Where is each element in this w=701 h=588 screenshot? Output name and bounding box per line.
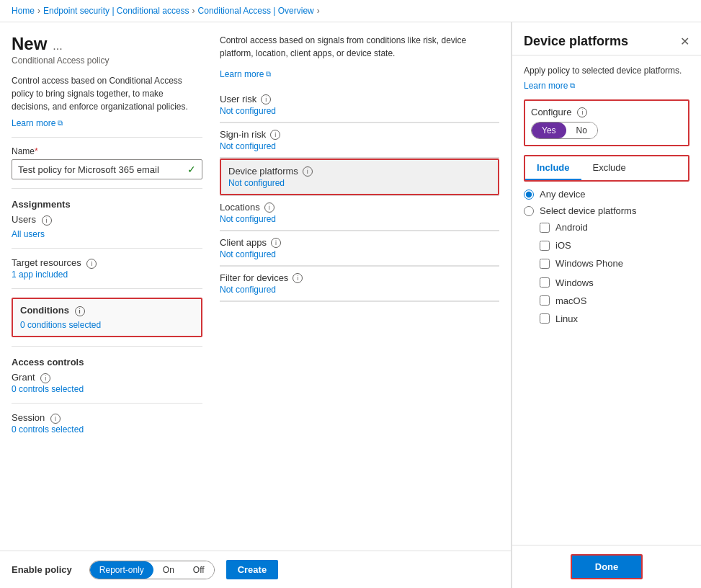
client-apps-label: Client apps i xyxy=(220,231,499,249)
conditions-info-icon: i xyxy=(75,306,85,316)
locations-label: Locations i xyxy=(220,196,499,214)
sidebar-desc: Apply policy to selected device platform… xyxy=(524,64,689,77)
sidebar-footer: Done xyxy=(512,545,701,588)
target-info-icon: i xyxy=(86,259,97,269)
windows-label: Windows xyxy=(555,277,594,288)
locations-item: Locations i Not configured xyxy=(220,196,499,231)
android-label: Android xyxy=(555,222,588,233)
sidebar-learn-more[interactable]: Learn more ⧉ xyxy=(524,81,575,91)
breadcrumb-ca-overview[interactable]: Conditional Access | Overview xyxy=(198,6,314,16)
users-info-icon: i xyxy=(42,215,52,226)
page-subtitle: Conditional Access policy xyxy=(12,55,202,66)
device-platforms-item: Device platforms i Not configured xyxy=(220,159,499,195)
breadcrumb-home[interactable]: Home xyxy=(12,6,35,16)
windows-checkbox[interactable] xyxy=(540,277,550,288)
users-value[interactable]: All users xyxy=(12,229,45,239)
filter-devices-item: Filter for devices i Not configured xyxy=(220,267,499,302)
select-platforms-option[interactable]: Select device platforms xyxy=(524,205,689,216)
user-risk-value[interactable]: Not configured xyxy=(220,106,499,122)
device-platforms-value[interactable]: Not configured xyxy=(221,178,498,194)
grant-label: Grant i xyxy=(12,372,202,383)
col2-learn-more[interactable]: Learn more ⧉ xyxy=(220,69,271,79)
page-title-dots: ... xyxy=(53,40,62,53)
any-device-label: Any device xyxy=(540,189,586,200)
macos-label: macOS xyxy=(555,295,586,306)
page-title: New xyxy=(12,34,47,54)
configure-label: Configure i xyxy=(531,107,682,117)
configure-info-icon: i xyxy=(577,107,587,117)
toggle-off[interactable]: Off xyxy=(184,561,214,579)
signin-risk-item: Sign-in risk i Not configured xyxy=(220,123,499,159)
col2-desc: Control access based on signals from con… xyxy=(220,34,499,60)
signin-risk-label: Sign-in risk i xyxy=(220,123,499,141)
col1-learn-more[interactable]: Learn more ⧉ xyxy=(12,118,63,128)
target-value[interactable]: 1 app included xyxy=(12,270,68,280)
platform-windows-phone: Windows Phone xyxy=(540,258,689,270)
linux-checkbox[interactable] xyxy=(540,313,550,324)
col2-learn-more-wrapper: Learn more ⧉ xyxy=(220,68,271,79)
toggle-on[interactable]: On xyxy=(153,561,184,579)
select-platforms-radio[interactable] xyxy=(524,206,534,216)
user-risk-item: User risk i Not configured xyxy=(220,88,499,123)
filter-devices-info: i xyxy=(293,273,303,283)
windows-phone-label: Windows Phone xyxy=(555,258,623,270)
toggle-report-only[interactable]: Report-only xyxy=(90,561,153,579)
windows-phone-checkbox[interactable] xyxy=(540,259,550,269)
breadcrumb-endpoint[interactable]: Endpoint security | Conditional access xyxy=(43,6,189,16)
bottom-bar: Enable policy Report-only On Off Create xyxy=(0,551,511,588)
done-button[interactable]: Done xyxy=(571,554,643,579)
breadcrumb: Home › Endpoint security | Conditional a… xyxy=(0,0,701,22)
yes-no-toggle: Yes No xyxy=(531,122,598,139)
grant-value[interactable]: 0 controls selected xyxy=(12,384,84,394)
grant-info-icon: i xyxy=(40,373,50,383)
session-info-icon: i xyxy=(50,414,61,424)
conditions-value[interactable]: 0 conditions selected xyxy=(20,320,101,330)
filter-devices-value[interactable]: Not configured xyxy=(220,285,499,301)
locations-info: i xyxy=(264,202,274,213)
locations-value[interactable]: Not configured xyxy=(220,214,499,231)
session-value[interactable]: 0 controls selected xyxy=(12,424,84,435)
session-label: Session i xyxy=(12,412,202,424)
col1-desc: Control access based on Conditional Acce… xyxy=(12,74,202,113)
name-value: Test policy for Microsoft 365 email xyxy=(18,164,187,175)
any-device-radio[interactable] xyxy=(524,190,534,200)
sidebar-title: Device platforms xyxy=(524,34,628,49)
client-apps-value[interactable]: Not configured xyxy=(220,249,499,266)
any-device-option[interactable]: Any device xyxy=(524,189,689,200)
col2-external-link-icon: ⧉ xyxy=(266,70,271,79)
ios-checkbox[interactable] xyxy=(540,241,550,251)
signin-risk-value[interactable]: Not configured xyxy=(220,141,499,158)
filter-devices-label: Filter for devices i xyxy=(220,267,499,285)
conditions-title: Conditions i xyxy=(20,305,194,316)
check-icon: ✓ xyxy=(187,164,196,175)
platform-macos: macOS xyxy=(540,295,689,306)
android-checkbox[interactable] xyxy=(540,223,550,233)
platforms-list: Android iOS Windows Phone Windows macOS xyxy=(540,222,689,324)
create-button[interactable]: Create xyxy=(226,560,278,579)
select-platforms-label: Select device platforms xyxy=(540,205,636,216)
tab-exclude[interactable]: Exclude xyxy=(581,156,638,180)
device-platforms-info: i xyxy=(303,166,313,177)
platform-windows: Windows xyxy=(540,277,689,288)
name-input[interactable]: Test policy for Microsoft 365 email ✓ xyxy=(12,159,202,179)
macos-checkbox[interactable] xyxy=(540,295,550,306)
platform-linux: Linux xyxy=(540,313,689,324)
external-link-icon: ⧉ xyxy=(58,119,63,128)
platform-ios: iOS xyxy=(540,240,689,251)
conditions-box: Conditions i 0 conditions selected xyxy=(12,298,202,337)
yes-button[interactable]: Yes xyxy=(532,122,566,138)
sidebar-external-link-icon: ⧉ xyxy=(570,81,575,90)
device-platforms-sidebar: Device platforms ✕ Apply policy to selec… xyxy=(512,22,701,588)
tab-include[interactable]: Include xyxy=(525,156,581,180)
user-risk-info: i xyxy=(261,94,271,104)
configure-section: Configure i Yes No xyxy=(524,99,689,146)
sidebar-close-button[interactable]: ✕ xyxy=(680,35,689,48)
users-label: Users i xyxy=(12,214,202,226)
policy-toggle[interactable]: Report-only On Off xyxy=(89,561,215,579)
user-risk-label: User risk i xyxy=(220,88,499,106)
sidebar-header: Device platforms ✕ xyxy=(512,22,701,55)
name-label: Name* xyxy=(12,146,202,156)
no-button[interactable]: No xyxy=(566,122,597,138)
linux-label: Linux xyxy=(555,313,578,324)
ios-label: iOS xyxy=(555,240,571,251)
